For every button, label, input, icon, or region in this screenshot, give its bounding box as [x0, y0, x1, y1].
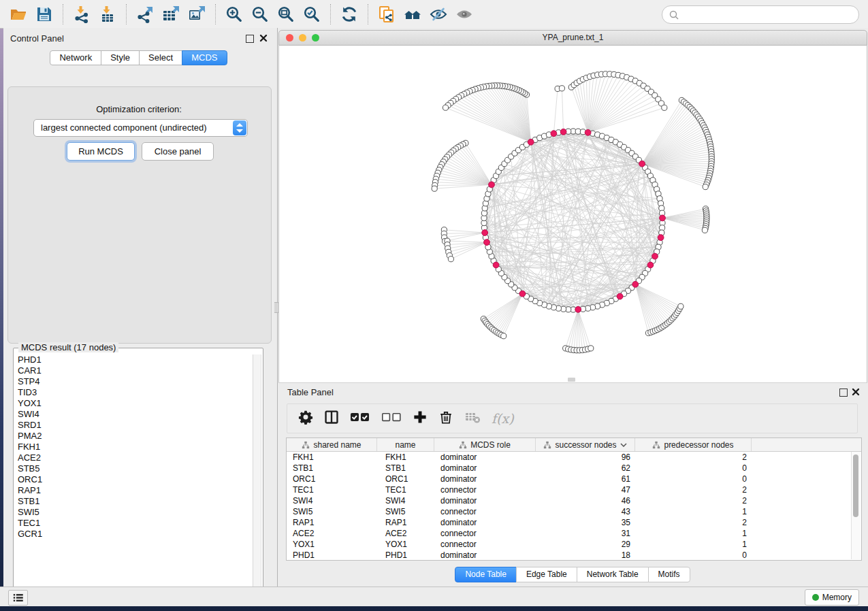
mcds-list-scrollbar[interactable] [253, 354, 261, 595]
cell-filler [752, 528, 861, 539]
optimization-criterion-select[interactable]: largest connected component (undirected) [33, 119, 248, 137]
mcds-result-item[interactable]: CAR1 [16, 365, 253, 376]
close-table-panel-icon[interactable] [852, 388, 860, 396]
tab-style[interactable]: Style [101, 50, 140, 65]
mcds-result-item[interactable]: SRD1 [16, 420, 253, 431]
table-row[interactable]: YOX1 YOX1 connector 29 1 [287, 539, 861, 550]
tab-node-table[interactable]: Node Table [455, 567, 517, 582]
tab-edge-table[interactable]: Edge Table [516, 567, 577, 582]
cell-name: SWI4 [377, 495, 434, 506]
mcds-result-title: MCDS result (17 nodes) [18, 342, 118, 352]
cell-mcds-role: connector [434, 484, 536, 495]
column-header-predecessor-nodes[interactable]: predecessor nodes [635, 438, 752, 451]
export-table-button[interactable] [158, 3, 184, 26]
column-label: name [395, 440, 415, 450]
mcds-result-item[interactable]: ACE2 [16, 452, 253, 463]
cell-mcds-role: dominator [434, 474, 536, 484]
run-mcds-button[interactable]: Run MCDS [67, 142, 135, 161]
list-icon [12, 593, 25, 603]
add-button[interactable] [413, 410, 428, 427]
mcds-result-item[interactable]: FKH1 [16, 442, 253, 452]
mcds-result-item[interactable]: STB1 [16, 496, 253, 507]
tab-motifs[interactable]: Motifs [648, 567, 690, 582]
search-input[interactable] [679, 10, 858, 20]
table-panel-title: Table Panel [287, 387, 334, 397]
open-file-button[interactable] [5, 3, 31, 26]
import-network-button[interactable] [69, 3, 95, 26]
cell-shared-name: RAP1 [287, 517, 377, 528]
cell-predecessor-nodes: 2 [635, 517, 752, 528]
zoom-out-button[interactable] [247, 3, 273, 26]
tab-mcds[interactable]: MCDS [182, 50, 227, 65]
column-header-name[interactable]: name [377, 438, 434, 451]
table-scrollbar-thumb[interactable] [853, 455, 858, 517]
table-row[interactable]: ORC1 ORC1 dominator 61 0 [287, 474, 861, 484]
column-tree-icon [652, 441, 660, 449]
table-row[interactable]: TEC1 TEC1 connector 47 2 [287, 484, 861, 495]
tab-select[interactable]: Select [139, 50, 182, 65]
first-neighbors-button[interactable] [400, 3, 425, 26]
gear-button[interactable] [298, 410, 313, 427]
mcds-result-item[interactable]: SWI5 [16, 507, 253, 518]
save-session-button[interactable] [31, 3, 57, 26]
table-row[interactable]: SWI4 SWI4 dominator 46 2 [287, 495, 861, 506]
table-row[interactable]: SWI5 SWI5 connector 43 1 [287, 506, 861, 517]
zoom-in-button[interactable] [221, 3, 247, 26]
table-row[interactable]: ACE2 ACE2 connector 31 1 [287, 528, 861, 539]
mcds-result-item[interactable]: TID3 [16, 387, 253, 398]
tab-network[interactable]: Network [50, 50, 101, 65]
mcds-result-item[interactable]: RAP1 [16, 485, 253, 496]
zoom-selected-button[interactable] [299, 3, 325, 26]
mcds-result-item[interactable]: GCR1 [16, 529, 253, 540]
hide-selected-button[interactable] [425, 3, 451, 26]
mcds-result-item[interactable]: TEC1 [16, 518, 253, 529]
show-all-button[interactable] [451, 3, 477, 26]
network-canvas[interactable] [278, 46, 867, 383]
network-window-titlebar[interactable]: YPA_prune.txt_1 [278, 30, 867, 46]
table-row[interactable]: RAP1 RAP1 dominator 35 2 [287, 517, 861, 528]
cell-shared-name: SWI4 [287, 495, 377, 506]
columns-button[interactable] [324, 410, 339, 427]
export-image-button[interactable] [184, 3, 210, 26]
float-panel-icon[interactable] [246, 35, 254, 43]
mcds-result-item[interactable]: PMA2 [16, 431, 253, 442]
column-header-MCDS-role[interactable]: MCDS role [434, 438, 536, 451]
table-row[interactable]: PHD1 PHD1 dominator 18 0 [287, 550, 861, 561]
table-row[interactable]: STB1 STB1 dominator 62 0 [287, 463, 861, 474]
select-checks-button[interactable] [350, 411, 370, 426]
task-history-button[interactable] [8, 590, 28, 606]
close-panel-icon[interactable] [259, 34, 268, 42]
gear-icon [298, 410, 313, 427]
toolbar-separator [330, 4, 331, 24]
mcds-result-item[interactable]: PHD1 [16, 354, 253, 365]
search-box[interactable] [662, 5, 859, 24]
mcds-result-item[interactable]: ORC1 [16, 474, 253, 485]
zoom-fit-button[interactable] [273, 3, 299, 26]
mcds-result-list[interactable]: PHD1CAR1STP4TID3YOX1SWI4SRD1PMA2FKH1ACE2… [16, 354, 253, 595]
tab-network-table[interactable]: Network Table [577, 567, 649, 582]
column-header-successor-nodes[interactable]: successor nodes [536, 438, 635, 451]
mcds-result-item[interactable]: STP4 [16, 376, 253, 387]
export-network-button[interactable] [132, 3, 158, 26]
network-graph-svg[interactable] [279, 46, 867, 382]
mcds-result-item[interactable]: SWI4 [16, 409, 253, 420]
table-row[interactable]: FKH1 FKH1 dominator 96 2 [287, 452, 861, 463]
cell-successor-nodes: 31 [536, 528, 635, 539]
cell-predecessor-nodes: 1 [635, 528, 752, 539]
clear-checks-button[interactable] [381, 411, 402, 426]
float-table-panel-icon[interactable] [839, 389, 848, 397]
import-table-button[interactable] [95, 3, 120, 26]
mcds-result-item[interactable]: STB5 [16, 463, 253, 474]
close-panel-button[interactable]: Close panel [142, 142, 214, 161]
mcds-result-item[interactable]: YOX1 [16, 398, 253, 409]
cell-shared-name: STB1 [287, 463, 377, 474]
split-pane-grip[interactable] [568, 378, 575, 382]
memory-button[interactable]: Memory [805, 589, 859, 606]
column-header-shared-name[interactable]: shared name [287, 438, 377, 451]
copy-network-button[interactable] [374, 3, 400, 26]
refresh-button[interactable] [336, 3, 362, 26]
table-scrollbar[interactable] [851, 452, 861, 559]
optimization-criterion-value: largest connected component (undirected) [41, 122, 207, 133]
cell-mcds-role: connector [434, 528, 536, 539]
delete-button[interactable] [438, 410, 453, 427]
